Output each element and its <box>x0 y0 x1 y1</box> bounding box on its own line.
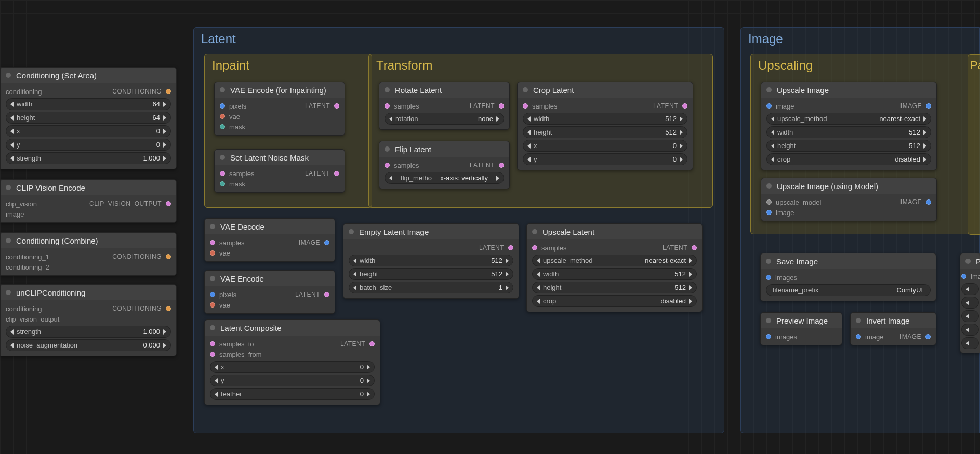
param-strength[interactable]: strength1.000 <box>6 152 171 164</box>
param-top[interactable]: top <box>961 297 979 309</box>
node-empty-latent-image[interactable]: Empty Latent Image LATENT width512 heigh… <box>343 223 519 299</box>
param-x[interactable]: x0 <box>523 140 687 152</box>
node-set-latent-noise-mask[interactable]: Set Latent Noise Mask samplesLATENT mask <box>214 149 345 193</box>
param-height[interactable]: height512 <box>349 268 513 280</box>
param-crop[interactable]: cropdisabled <box>766 153 931 165</box>
node-header[interactable]: Flip Latent <box>379 141 509 157</box>
output-port[interactable] <box>334 171 339 176</box>
node-header[interactable]: Upscale Image <box>761 82 936 98</box>
node-header[interactable]: Conditioning (Combine) <box>1 233 176 248</box>
param-width[interactable]: width64 <box>6 98 171 110</box>
param-height[interactable]: height512 <box>532 282 697 293</box>
node-header[interactable]: Latent Composite <box>205 320 380 336</box>
param-noise-augmentation[interactable]: noise_augmentation0.000 <box>6 339 171 351</box>
output-port[interactable] <box>682 103 687 109</box>
output-port[interactable] <box>166 201 171 206</box>
node-vae-encode[interactable]: VAE Encode pixelsLATENT vae <box>204 270 335 314</box>
node-header[interactable]: VAE Decode <box>205 219 335 234</box>
output-port[interactable] <box>499 163 504 168</box>
input-port[interactable] <box>766 275 771 280</box>
input-port[interactable] <box>210 341 215 346</box>
output-port[interactable] <box>692 245 697 250</box>
output-port[interactable] <box>166 306 171 311</box>
param-left[interactable]: lef <box>961 283 979 295</box>
input-port[interactable] <box>856 334 861 339</box>
node-header[interactable]: Empty Latent Image <box>343 224 519 239</box>
node-header[interactable]: CLIP Vision Encode <box>1 180 176 195</box>
input-port[interactable] <box>220 103 225 109</box>
param-width[interactable]: width512 <box>523 113 687 125</box>
param-height[interactable]: height64 <box>6 112 171 124</box>
input-port[interactable] <box>961 274 966 279</box>
group-latent[interactable]: Latent Inpaint VAE Encode (for Inpaintin… <box>193 27 724 433</box>
param-feather[interactable]: fea <box>961 337 979 349</box>
param-x[interactable]: x0 <box>6 125 171 137</box>
node-vae-encode-inpaint[interactable]: VAE Encode (for Inpainting) pixelsLATENT… <box>214 82 345 136</box>
node-vae-decode[interactable]: VAE Decode samplesIMAGE vae <box>204 218 335 262</box>
output-port[interactable] <box>324 292 329 297</box>
node-conditioning-combine[interactable]: Conditioning (Combine) conditioning_1CON… <box>0 232 177 276</box>
output-port[interactable] <box>369 341 375 346</box>
node-rotate-latent[interactable]: Rotate Latent samplesLATENT rotationnone <box>379 82 510 130</box>
input-port[interactable] <box>766 210 772 215</box>
output-port[interactable] <box>499 103 504 109</box>
param-upscale-method[interactable]: upscale_methodnearest-exact <box>532 255 697 266</box>
node-flip-latent[interactable]: Flip Latent samplesLATENT flip_methodx-a… <box>379 141 510 189</box>
input-port[interactable] <box>766 199 772 205</box>
param-upscale-method[interactable]: upscale_methodnearest-exact <box>766 113 931 125</box>
node-header[interactable]: Invert Image <box>851 313 936 328</box>
node-header[interactable]: Upscale Image (using Model) <box>761 178 936 194</box>
param-crop[interactable]: cropdisabled <box>532 295 697 307</box>
param-bottom[interactable]: bo <box>961 324 979 336</box>
param-y[interactable]: y0 <box>210 375 375 386</box>
output-port[interactable] <box>334 103 339 109</box>
output-port[interactable] <box>166 89 171 94</box>
node-unclip-conditioning[interactable]: unCLIPConditioning conditioningCONDITION… <box>0 284 177 356</box>
param-filename-prefix[interactable]: filename_prefixComfyUI <box>766 284 931 296</box>
output-port[interactable] <box>926 199 931 205</box>
input-port[interactable] <box>385 103 390 109</box>
param-right[interactable]: rig <box>961 310 979 322</box>
param-x[interactable]: x0 <box>210 361 375 373</box>
input-port[interactable] <box>385 163 390 168</box>
group-image[interactable]: Image Upscaling Upscale Image imageIMAGE… <box>740 27 980 433</box>
node-upscale-image[interactable]: Upscale Image imageIMAGE upscale_methodn… <box>761 82 937 170</box>
output-port[interactable] <box>925 334 931 339</box>
param-height[interactable]: height512 <box>523 126 687 138</box>
param-y[interactable]: y0 <box>6 139 171 151</box>
node-header[interactable]: Upscale Latent <box>527 224 702 239</box>
input-port[interactable] <box>210 302 215 308</box>
node-header[interactable]: Pa <box>960 253 980 269</box>
param-y[interactable]: y0 <box>523 153 687 165</box>
input-port[interactable] <box>210 250 215 256</box>
input-port[interactable] <box>766 334 771 339</box>
node-clip-vision-encode[interactable]: CLIP Vision Encode clip_visionCLIP_VISIO… <box>0 179 177 223</box>
node-header[interactable]: Rotate Latent <box>379 82 509 98</box>
param-width[interactable]: width512 <box>532 268 697 280</box>
param-strength[interactable]: strength1.000 <box>6 326 171 338</box>
node-header[interactable]: Set Latent Noise Mask <box>215 150 345 165</box>
node-save-image[interactable]: Save Image images filename_prefixComfyUI <box>760 253 936 301</box>
input-port[interactable] <box>220 171 225 176</box>
input-port[interactable] <box>220 181 225 186</box>
param-batch-size[interactable]: batch_size1 <box>349 282 513 293</box>
output-port[interactable] <box>166 254 171 259</box>
input-port[interactable] <box>210 352 215 357</box>
input-port[interactable] <box>210 240 215 245</box>
node-crop-latent[interactable]: Crop Latent samplesLATENT width512 heigh… <box>517 82 693 170</box>
output-port[interactable] <box>508 245 513 250</box>
param-width[interactable]: width512 <box>349 255 513 266</box>
group-partial[interactable]: Pa <box>968 54 980 235</box>
node-header[interactable]: unCLIPConditioning <box>1 285 176 300</box>
input-port[interactable] <box>766 103 772 109</box>
group-inpaint[interactable]: Inpaint VAE Encode (for Inpainting) pixe… <box>204 54 372 208</box>
input-port[interactable] <box>220 114 225 119</box>
param-rotation[interactable]: rotationnone <box>385 113 504 125</box>
input-port[interactable] <box>220 124 225 129</box>
node-upscale-latent[interactable]: Upscale Latent samplesLATENT upscale_met… <box>526 223 703 312</box>
param-width[interactable]: width512 <box>766 126 931 138</box>
group-upscaling[interactable]: Upscaling Upscale Image imageIMAGE upsca… <box>750 54 980 234</box>
output-port[interactable] <box>324 240 329 245</box>
node-header[interactable]: Preview Image <box>761 313 842 328</box>
param-feather[interactable]: feather0 <box>210 388 375 400</box>
